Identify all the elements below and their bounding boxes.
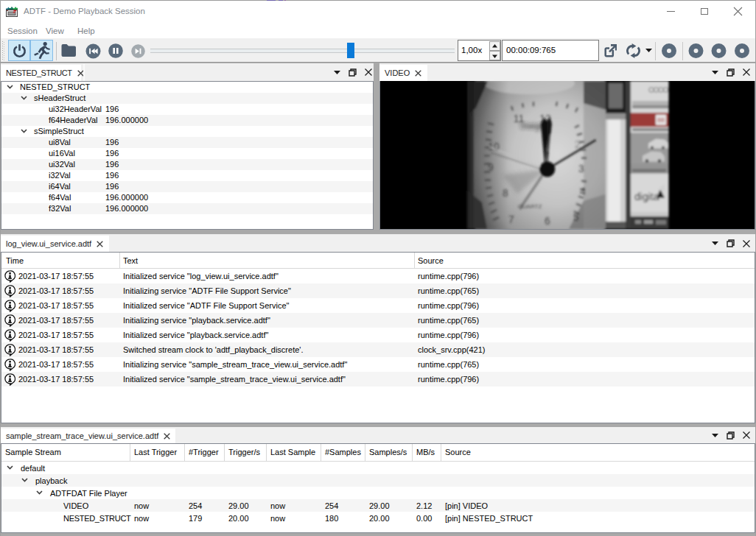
svg-text:4: 4 <box>580 186 586 197</box>
svg-text:digita: digita <box>634 191 659 202</box>
svg-text:8: 8 <box>503 187 508 199</box>
svg-text:7: 7 <box>508 214 514 225</box>
svg-text:6: 6 <box>545 215 550 227</box>
svg-text:3: 3 <box>578 163 584 174</box>
svg-text:88: 88 <box>657 116 665 124</box>
svg-text:9: 9 <box>488 161 494 173</box>
